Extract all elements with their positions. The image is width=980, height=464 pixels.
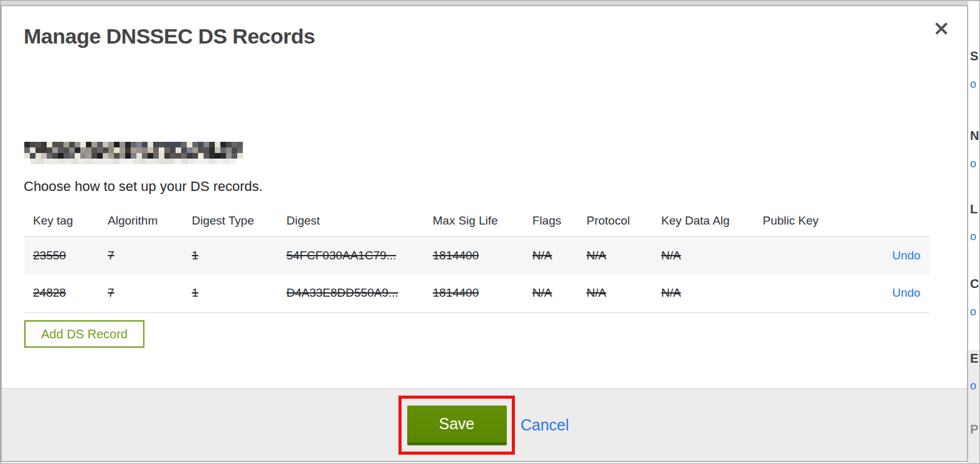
column-header-digest: Digest — [278, 206, 424, 236]
cell-digest: 54FCF030AA1C79... — [278, 236, 424, 274]
redacted-domain-name — [24, 142, 245, 164]
cell-key-data-alg: N/A — [653, 236, 754, 274]
cell-key-tag: 23550 — [24, 236, 99, 274]
ds-records-table: Key tag Algorithm Digest Type Digest Max… — [24, 206, 930, 313]
table-row: 23550 7 1 54FCF030AA1C79... 1814400 N/A … — [24, 236, 930, 274]
background-text-fragment: o — [970, 158, 976, 169]
redacted-domain-shadow — [31, 159, 236, 164]
cell-protocol: N/A — [578, 236, 653, 274]
page: SoNoLoCoEoP Manage DNSSEC DS Records Cho… — [0, 0, 980, 464]
annotation-highlight-box: Save — [398, 396, 515, 455]
add-ds-record-button[interactable]: Add DS Record — [24, 320, 144, 348]
cell-digest-type: 1 — [183, 274, 278, 312]
background-strip: SoNoLoCoEoP — [968, 1, 980, 464]
cell-public-key — [754, 236, 883, 274]
footer-actions: Save Cancel — [398, 396, 569, 455]
column-header-max-sig-life: Max Sig Life — [424, 206, 524, 236]
background-strip-footer — [968, 350, 980, 464]
background-text-fragment: o — [970, 306, 976, 317]
column-header-digest-type: Digest Type — [183, 206, 278, 236]
column-header-actions — [883, 206, 930, 236]
cell-actions: Undo — [883, 274, 930, 312]
manage-dnssec-ds-records-dialog: Manage DNSSEC DS Records Choose how to s… — [1, 5, 968, 462]
column-header-algorithm: Algorithm — [99, 206, 183, 236]
save-button[interactable]: Save — [407, 406, 507, 445]
background-text-fragment: o — [970, 231, 976, 242]
close-icon — [934, 21, 949, 35]
column-header-key-data-alg: Key Data Alg — [653, 206, 754, 236]
column-header-protocol: Protocol — [578, 206, 653, 236]
cell-max-sig-life: 1814400 — [424, 236, 524, 274]
cell-algorithm: 7 — [99, 274, 183, 312]
background-text-fragment: C — [970, 277, 979, 290]
background-text-fragment: P — [970, 423, 978, 435]
background-text-fragment: o — [970, 78, 976, 90]
cell-digest-type: 1 — [183, 236, 278, 274]
background-text-fragment: o — [970, 380, 976, 391]
background-text-fragment: N — [970, 129, 979, 142]
column-header-public-key: Public Key — [754, 206, 883, 236]
background-text-fragment: E — [970, 352, 978, 364]
cell-algorithm: 7 — [99, 236, 183, 274]
column-header-key-tag: Key tag — [24, 206, 99, 236]
undo-link[interactable]: Undo — [892, 249, 920, 262]
cancel-link[interactable]: Cancel — [521, 416, 569, 434]
close-button[interactable] — [932, 19, 951, 37]
dialog-title: Manage DNSSEC DS Records — [24, 22, 315, 50]
background-text-fragment: S — [970, 50, 978, 62]
cell-key-data-alg: N/A — [653, 274, 754, 312]
column-header-flags: Flags — [524, 206, 578, 236]
cell-digest: D4A33E8DD550A9... — [278, 274, 424, 312]
background-text-fragment: L — [970, 203, 978, 215]
cell-max-sig-life: 1814400 — [424, 274, 524, 312]
cell-key-tag: 24828 — [24, 274, 99, 312]
window-top-edge — [1, 1, 979, 5]
cell-actions: Undo — [883, 236, 930, 274]
table-row: 24828 7 1 D4A33E8DD550A9... 1814400 N/A … — [24, 274, 930, 312]
cell-protocol: N/A — [578, 274, 653, 312]
table-header-row: Key tag Algorithm Digest Type Digest Max… — [24, 206, 930, 236]
cell-flags: N/A — [524, 236, 578, 274]
cell-flags: N/A — [524, 274, 578, 312]
undo-link[interactable]: Undo — [892, 286, 920, 299]
cell-public-key — [754, 274, 883, 312]
redacted-domain-mosaic — [24, 142, 243, 159]
intro-text: Choose how to set up your DS records. — [24, 179, 263, 195]
